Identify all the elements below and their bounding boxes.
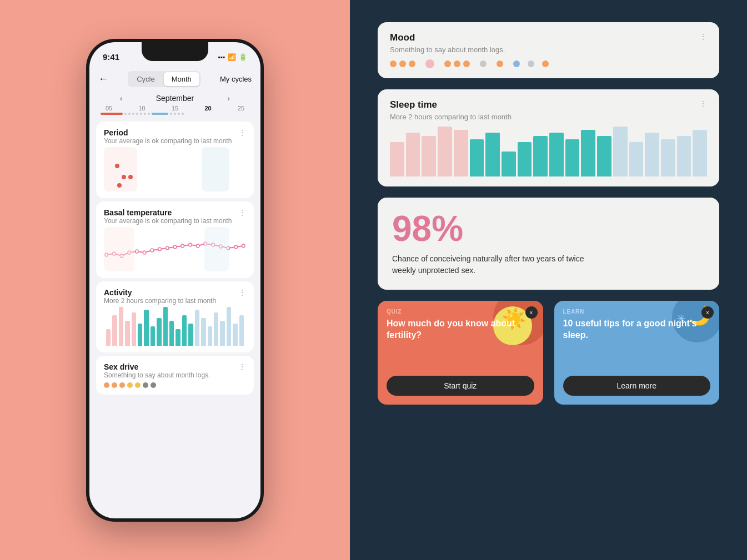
quiz-card: ☀️ × QUIZ How much do you know about fer… <box>378 301 543 405</box>
sex-drive-menu-icon[interactable]: ⋮ <box>238 362 246 371</box>
period-card: Period Your average is ok comparing to l… <box>96 122 254 198</box>
phone-frame: 9:41 ▪▪▪ 📶 🔋 ← Cycle Month My cycles <box>86 39 264 522</box>
activity-bar <box>195 310 199 346</box>
sex-drive-dots <box>104 382 246 388</box>
sleep-menu-icon[interactable]: ⋮ <box>699 99 707 108</box>
right-panel: Mood Something to say about month logs. … <box>350 0 747 560</box>
svg-point-10 <box>181 244 184 248</box>
period-chart <box>104 147 246 191</box>
prev-month-button[interactable]: ‹ <box>120 94 123 103</box>
fertility-description: Chance of conceiveing naturally after tw… <box>392 253 586 276</box>
period-menu-icon[interactable]: ⋮ <box>238 128 246 137</box>
sleep-title: Sleep time <box>390 99 707 110</box>
activity-title: Activity <box>104 288 216 297</box>
activity-bar <box>112 315 117 346</box>
sleep-bar <box>454 130 468 176</box>
day-10: 10 <box>134 105 151 112</box>
phone-content[interactable]: ← Cycle Month My cycles ‹ September › <box>89 67 260 518</box>
svg-point-8 <box>166 246 169 250</box>
basal-subtitle: Your average is ok comparing to last mon… <box>104 217 232 225</box>
activity-bar <box>119 307 123 346</box>
day-20: 20 <box>200 105 217 112</box>
activity-bar <box>125 321 129 346</box>
my-cycles-link[interactable]: My cycles <box>220 75 252 83</box>
sleep-bar <box>470 139 484 177</box>
sleep-bar <box>661 139 675 177</box>
period-card-header: Period Your average is ok comparing to l… <box>104 128 246 145</box>
back-button[interactable]: ← <box>98 73 108 85</box>
sleep-bar <box>597 136 611 176</box>
sleep-bar <box>406 133 420 176</box>
wifi-icon: 📶 <box>228 53 236 61</box>
basal-menu-icon[interactable]: ⋮ <box>238 208 246 217</box>
learn-close-button[interactable]: × <box>701 306 714 319</box>
sleep-bar <box>518 142 532 176</box>
cycle-tab[interactable]: Cycle <box>129 72 163 86</box>
quiz-tag: QUIZ <box>387 309 534 315</box>
activity-bar <box>176 329 180 346</box>
period-dot <box>117 183 122 188</box>
activity-bar <box>169 321 174 346</box>
learn-more-button[interactable]: Learn more <box>563 376 711 396</box>
mood-dots-row <box>390 59 707 68</box>
sleep-bar <box>581 130 595 176</box>
temp-bg-blue <box>204 227 229 271</box>
sleep-bar <box>645 133 659 176</box>
mood-card-menu-icon[interactable]: ⋮ <box>699 32 707 41</box>
sleep-bar <box>565 139 580 177</box>
fertile-indicator <box>152 113 168 115</box>
status-icons: ▪▪▪ 📶 🔋 <box>218 53 247 61</box>
phone-notch <box>142 42 208 61</box>
activity-bar <box>132 312 136 346</box>
learn-tag: LEARN <box>563 309 711 315</box>
mood-card-title: Mood <box>390 32 707 43</box>
period-dot <box>128 175 133 179</box>
svg-point-11 <box>189 243 192 246</box>
sex-drive-title: Sex drive <box>104 362 210 371</box>
period-dot <box>115 164 119 168</box>
activity-bar <box>106 329 111 346</box>
activity-menu-icon[interactable]: ⋮ <box>238 288 246 297</box>
phone-screen: 9:41 ▪▪▪ 📶 🔋 ← Cycle Month My cycles <box>89 42 260 518</box>
sleep-bar <box>422 136 436 176</box>
period-title: Period <box>104 128 232 137</box>
start-quiz-button[interactable]: Start quiz <box>387 376 534 396</box>
learn-card-title: 10 useful tips for a good night's sleep. <box>563 318 711 369</box>
temp-bg-pink <box>104 227 134 271</box>
calendar-strip: ‹ September › 05 10 15 20 25 <box>89 92 260 118</box>
day-numbers-row: 05 10 15 20 25 <box>98 105 252 112</box>
day-05: 05 <box>101 105 117 112</box>
sleep-bar <box>390 142 404 176</box>
fertile-bg-highlight <box>202 147 229 191</box>
sleep-subtitle: More 2 hours comparing to last month <box>390 113 707 121</box>
phone-header: ← Cycle Month My cycles <box>89 67 260 92</box>
period-dot <box>122 175 126 179</box>
sex-drive-card-header: Sex drive Something to say about month l… <box>104 362 246 379</box>
basal-card-header: Basal temperature Your average is ok com… <box>104 208 246 225</box>
quiz-close-button[interactable]: × <box>525 306 538 319</box>
mood-card: Mood Something to say about month logs. … <box>378 22 719 78</box>
fertility-percent: 98% <box>392 211 705 246</box>
learn-card-content: LEARN 10 useful tips for a good night's … <box>554 301 720 405</box>
fertility-card: 98% Chance of conceiveing naturally afte… <box>378 198 719 290</box>
bottom-cards-row: ☀️ × QUIZ How much do you know about fer… <box>378 301 719 405</box>
basal-temp-card: Basal temperature Your average is ok com… <box>96 201 254 278</box>
activity-bar-chart <box>104 307 246 346</box>
svg-point-6 <box>151 249 153 252</box>
activity-bar <box>188 324 193 346</box>
sleep-bar-chart <box>390 127 707 176</box>
svg-point-7 <box>158 248 161 251</box>
activity-bar <box>138 324 142 346</box>
activity-bar <box>208 326 212 346</box>
day-25: 25 <box>233 105 249 112</box>
month-tab[interactable]: Month <box>164 72 199 86</box>
activity-subtitle: More 2 hours comparing to last month <box>104 297 216 305</box>
activity-bar <box>157 318 161 346</box>
mood-card-subtitle: Something to say about month logs. <box>390 46 707 54</box>
basal-title: Basal temperature <box>104 208 232 217</box>
sleep-bar <box>549 133 564 176</box>
quiz-card-title: How much do you know about fertility? <box>387 318 534 369</box>
next-month-button[interactable]: › <box>227 94 230 103</box>
svg-point-12 <box>196 244 199 248</box>
current-month: September <box>156 94 194 103</box>
